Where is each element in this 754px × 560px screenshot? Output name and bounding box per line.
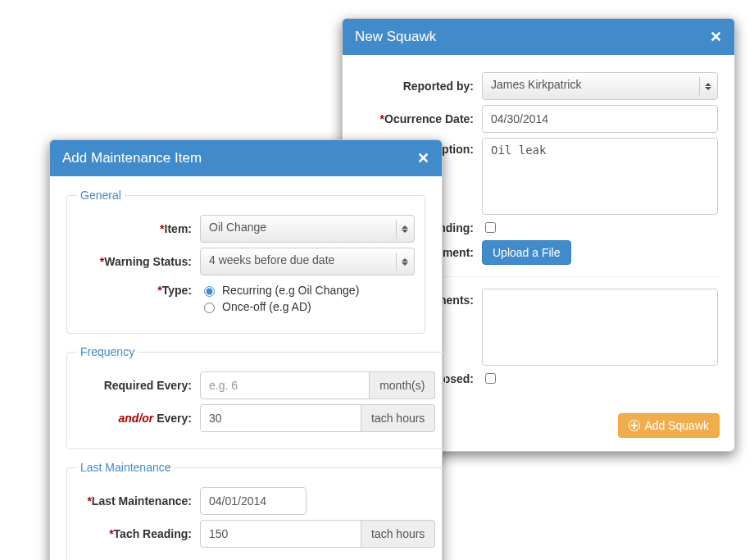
months-unit: month(s): [370, 371, 435, 399]
comments-textarea[interactable]: [482, 289, 718, 366]
frequency-fieldset: Frequency Required Every: month(s) and/o…: [66, 345, 446, 449]
grounding-checkbox[interactable]: [485, 222, 496, 233]
add-squawk-button[interactable]: Add Squawk: [618, 413, 720, 438]
tach-every-input[interactable]: [200, 404, 361, 432]
radio-input[interactable]: [204, 286, 215, 297]
plus-circle-icon: [629, 420, 640, 431]
item-label: *Item:: [77, 222, 200, 235]
closed-checkbox[interactable]: [485, 373, 496, 384]
warning-status-select[interactable]: 4 weeks before due date: [200, 248, 415, 275]
last-maintenance-input[interactable]: [200, 487, 307, 515]
upload-file-button[interactable]: Upload a File: [482, 240, 571, 265]
radio-input[interactable]: [204, 303, 215, 313]
tach-hours-unit: tach hours: [361, 520, 435, 548]
modal-title: Add Maintenance Item: [62, 150, 202, 166]
add-maintenance-modal: Add Maintenance Item ✕ General *Item: Oi…: [49, 139, 443, 560]
modal-header: Add Maintenance Item ✕: [50, 140, 442, 176]
tach-reading-label: *Tach Reading:: [77, 527, 200, 540]
modal-body: General *Item: Oil Change *Warning Statu…: [50, 176, 442, 560]
occurrence-date-label: *Ocurrence Date:: [359, 112, 482, 125]
type-onceoff-radio[interactable]: Once-off (e.g AD): [200, 300, 415, 313]
required-every-label: Required Every:: [77, 379, 200, 392]
andor-every-label: and/or Every:: [77, 412, 200, 425]
tach-hours-unit: tach hours: [361, 404, 435, 432]
last-maintenance-label: *Last Maintenance:: [77, 494, 200, 508]
tach-reading-input[interactable]: [200, 520, 361, 548]
reported-by-select[interactable]: James Kirkpatrick: [482, 72, 718, 100]
general-legend: General: [77, 189, 125, 202]
type-recurring-radio[interactable]: Recurring (e.g Oil Change): [200, 284, 415, 297]
required-every-input[interactable]: [200, 371, 370, 399]
warning-status-label: *Warning Status:: [77, 255, 200, 268]
modal-title: New Squawk: [355, 29, 436, 45]
last-maintenance-legend: Last Maintenance: [77, 461, 175, 474]
item-select[interactable]: Oil Change: [200, 215, 415, 243]
last-maintenance-fieldset: Last Maintenance *Last Maintenance: *Tac…: [66, 461, 446, 560]
type-label: *Type:: [77, 280, 200, 297]
description-textarea[interactable]: Oil leak: [482, 138, 718, 215]
reported-by-label: Reported by:: [359, 80, 482, 93]
modal-header: New Squawk ✕: [343, 19, 734, 55]
frequency-legend: Frequency: [77, 345, 138, 358]
occurrence-date-input[interactable]: [482, 105, 718, 133]
close-icon[interactable]: ✕: [710, 30, 722, 44]
close-icon[interactable]: ✕: [417, 151, 429, 166]
general-fieldset: General *Item: Oil Change *Warning Statu…: [66, 189, 425, 334]
